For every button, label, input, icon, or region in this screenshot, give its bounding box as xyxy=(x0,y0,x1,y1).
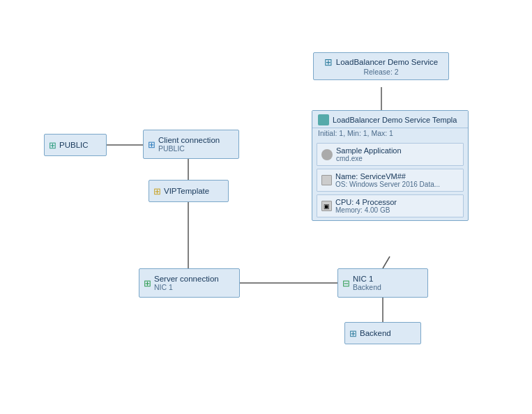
vm-os-label: OS: Windows Server 2016 Data... xyxy=(335,181,440,188)
vm-name-label: Name: ServiceVM## xyxy=(335,172,440,181)
public-network-node[interactable]: ⊞ PUBLIC xyxy=(44,134,107,156)
loadbalancer-sub: Release: 2 xyxy=(321,68,441,76)
public-label: PUBLIC xyxy=(59,141,89,149)
client-connection-label: Client connection xyxy=(158,136,220,144)
server-connection-label: Server connection xyxy=(154,275,219,283)
template-sub: Initial: 1, Min: 1, Max: 1 xyxy=(312,128,468,140)
template-title: LoadBalancer Demo Service Templa xyxy=(333,116,457,124)
nic1-node[interactable]: ⊟ NIC 1 Backend xyxy=(337,268,428,298)
nic-icon: ⊟ xyxy=(342,278,350,289)
vip-icon: ⊞ xyxy=(153,186,161,197)
vm-icon xyxy=(321,175,332,185)
sample-app-label: Sample Application xyxy=(336,146,402,155)
svg-line-1 xyxy=(383,256,390,268)
nic1-label: NIC 1 xyxy=(353,275,381,283)
loadbalancer-icon: ⊞ xyxy=(324,56,333,68)
vip-template-node[interactable]: ⊞ VIPTemplate xyxy=(149,180,229,202)
backend-icon: ⊞ xyxy=(349,328,357,339)
cpu-icon: ▣ xyxy=(321,201,332,211)
loadbalancer-label: LoadBalancer Demo Service xyxy=(336,58,438,66)
public-icon: ⊞ xyxy=(49,140,56,151)
vm-section: Name: ServiceVM## OS: Windows Server 201… xyxy=(317,169,464,192)
backend-node[interactable]: ⊞ Backend xyxy=(344,322,421,344)
server-connection-sub: NIC 1 xyxy=(154,283,219,291)
server-icon: ⊞ xyxy=(144,278,151,289)
memory-label: Memory: 4.00 GB xyxy=(335,206,397,214)
loadbalancer-node[interactable]: ⊞ LoadBalancer Demo Service Release: 2 xyxy=(313,52,449,80)
diagram-canvas: ⊞ LoadBalancer Demo Service Release: 2 L… xyxy=(0,0,532,414)
cpu-label: CPU: 4 Processor xyxy=(335,198,397,206)
template-icon xyxy=(318,114,329,125)
sample-app-section: Sample Application cmd.exe xyxy=(317,143,464,166)
client-connection-sub: PUBLIC xyxy=(158,144,220,153)
app-icon xyxy=(321,149,333,160)
server-connection-node[interactable]: ⊞ Server connection NIC 1 xyxy=(139,268,240,298)
vip-template-label: VIPTemplate xyxy=(164,187,209,195)
backend-label: Backend xyxy=(360,329,391,337)
template-node[interactable]: LoadBalancer Demo Service Templa Initial… xyxy=(312,110,469,221)
cpu-section: ▣ CPU: 4 Processor Memory: 4.00 GB xyxy=(317,194,464,217)
client-connection-node[interactable]: ⊞ Client connection PUBLIC xyxy=(143,130,239,159)
client-icon: ⊞ xyxy=(148,139,155,150)
nic1-sub: Backend xyxy=(353,283,381,291)
sample-app-sub: cmd.exe xyxy=(336,155,402,162)
